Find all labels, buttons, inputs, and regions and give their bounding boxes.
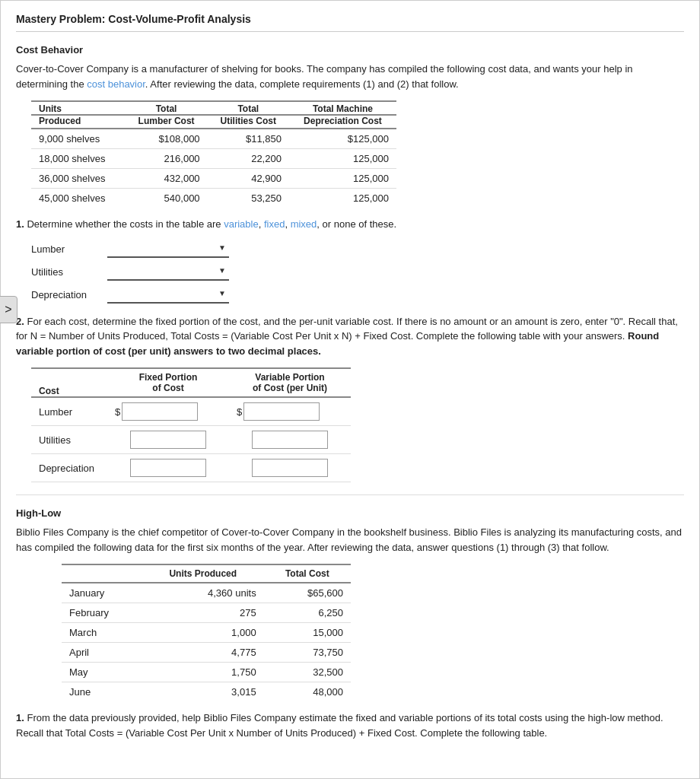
page-title: Mastery Problem: Cost-Volume-Profit Anal… bbox=[16, 13, 684, 32]
lumber-dollar-sign: $ bbox=[115, 406, 120, 418]
cost-cell: 48,000 bbox=[264, 682, 351, 702]
mixed-link[interactable]: mixed bbox=[291, 218, 317, 230]
hl-cost-header: Total Cost bbox=[264, 564, 351, 583]
table-row: Depreciation bbox=[31, 454, 351, 482]
req1-label: 1. bbox=[16, 218, 24, 230]
arrow-indicator[interactable]: > bbox=[0, 296, 18, 323]
table-row: Utilities bbox=[31, 426, 351, 454]
col-utilities-header2: Utilities Cost bbox=[208, 115, 289, 129]
col-produced-header: Produced bbox=[31, 115, 126, 129]
variable-link[interactable]: variable bbox=[224, 218, 259, 230]
variable-portion-header1: Variable Portion bbox=[229, 368, 351, 383]
hl-question1-text: 1. From the data previously provided, he… bbox=[16, 711, 684, 740]
cost-behavior-table: Units Total Total Total Machine Produced… bbox=[31, 100, 396, 208]
req2-bold: Round variable portion of cost (per unit… bbox=[16, 330, 659, 357]
units-cell: 275 bbox=[142, 603, 264, 623]
units-cell: 1,000 bbox=[142, 623, 264, 643]
depreciation-variable-input[interactable] bbox=[252, 459, 328, 477]
col-depreciation-header1: Total Machine bbox=[289, 101, 396, 115]
cost-behavior-link[interactable]: cost behavior bbox=[87, 78, 145, 90]
depreciation-dropdown-row: Depreciation variable fixed mixed none o… bbox=[31, 287, 684, 304]
utilities-variable-cell bbox=[229, 426, 351, 454]
utilities-fixed-cell bbox=[107, 426, 229, 454]
col-lumber-header2: Lumber Cost bbox=[126, 115, 208, 129]
lumber-cell: 432,000 bbox=[126, 169, 208, 189]
depreciation-fixed-cell bbox=[107, 454, 229, 482]
depreciation-dropdown[interactable]: variable fixed mixed none of these bbox=[107, 287, 229, 304]
col-utilities-header1: Total bbox=[208, 101, 289, 115]
cost-cell: $65,600 bbox=[264, 583, 351, 603]
depreciation-fixed-input[interactable] bbox=[130, 459, 206, 477]
table-row: 45,000 shelves 540,000 53,250 125,000 bbox=[31, 189, 396, 208]
lumber-variable-input[interactable] bbox=[243, 402, 320, 421]
section-divider bbox=[16, 494, 684, 495]
units-cell: 9,000 shelves bbox=[31, 129, 126, 149]
list-item: April 4,775 73,750 bbox=[62, 643, 351, 663]
depreciation-cell: 125,000 bbox=[289, 189, 396, 208]
month-cell: January bbox=[62, 583, 142, 603]
units-cell: 4,360 units bbox=[142, 583, 264, 603]
fixed-portion-header1: Fixed Portion bbox=[107, 368, 229, 383]
table-row: 18,000 shelves 216,000 22,200 125,000 bbox=[31, 149, 396, 169]
high-low-table: Units Produced Total Cost January 4,360 … bbox=[62, 564, 351, 701]
list-item: January 4,360 units $65,600 bbox=[62, 583, 351, 603]
high-low-paragraph: Biblio Files Company is the chief compet… bbox=[16, 525, 684, 555]
units-cell: 1,750 bbox=[142, 663, 264, 682]
utilities-label: Utilities bbox=[31, 266, 100, 278]
depreciation-cell: 125,000 bbox=[289, 149, 396, 169]
cost-behavior-section: Cost Behavior Cover-to-Cover Company is … bbox=[16, 44, 684, 482]
utilities-fixed-input[interactable] bbox=[130, 431, 206, 449]
lumber-fixed-input-wrapper: $ bbox=[115, 402, 221, 421]
fixed-portion-header2: of Cost bbox=[107, 383, 229, 397]
month-cell: February bbox=[62, 603, 142, 623]
month-cell: June bbox=[62, 682, 142, 702]
requirement1-text: 1. Determine whether the costs in the ta… bbox=[16, 217, 684, 232]
lumber-label: Lumber bbox=[31, 243, 100, 255]
page-container: > Mastery Problem: Cost-Volume-Profit An… bbox=[0, 0, 700, 779]
depreciation-cost-label: Depreciation bbox=[31, 454, 107, 482]
requirement2-text: 2. For each cost, determine the fixed po… bbox=[16, 314, 684, 359]
lumber-variable-cell: $ bbox=[229, 397, 351, 426]
month-cell: March bbox=[62, 623, 142, 643]
table-row: 36,000 shelves 432,000 42,900 125,000 bbox=[31, 169, 396, 189]
hl-units-header: Units Produced bbox=[142, 564, 264, 583]
table-row: 9,000 shelves $108,000 $11,850 $125,000 bbox=[31, 129, 396, 149]
units-cell: 4,775 bbox=[142, 643, 264, 663]
variable-portion-header2: of Cost (per Unit) bbox=[229, 383, 351, 397]
utilities-dropdown-wrapper: variable fixed mixed none of these bbox=[107, 264, 229, 281]
col-depreciation-header2: Depreciation Cost bbox=[289, 115, 396, 129]
cost-cell: 15,000 bbox=[264, 623, 351, 643]
lumber-variable-input-wrapper: $ bbox=[237, 402, 343, 421]
list-item: February 275 6,250 bbox=[62, 603, 351, 623]
fixed-var-table: Cost Fixed Portion Variable Portion of C… bbox=[31, 367, 351, 482]
utilities-cell: $11,850 bbox=[208, 129, 289, 149]
col-lumber-header1: Total bbox=[126, 101, 208, 115]
units-cell: 36,000 shelves bbox=[31, 169, 126, 189]
lumber-cell: $108,000 bbox=[126, 129, 208, 149]
lumber-dropdown[interactable]: variable fixed mixed none of these bbox=[107, 241, 229, 258]
units-cell: 3,015 bbox=[142, 682, 264, 702]
utilities-cell: 22,200 bbox=[208, 149, 289, 169]
col-units-header: Units bbox=[31, 101, 126, 115]
lumber-cost-label: Lumber bbox=[31, 397, 107, 426]
hl-month-header bbox=[62, 564, 142, 583]
high-low-title: High-Low bbox=[16, 507, 684, 519]
depreciation-cell: 125,000 bbox=[289, 169, 396, 189]
month-cell: May bbox=[62, 663, 142, 682]
utilities-dropdown[interactable]: variable fixed mixed none of these bbox=[107, 264, 229, 281]
depreciation-dropdown-wrapper: variable fixed mixed none of these bbox=[107, 287, 229, 304]
fixed-link[interactable]: fixed bbox=[264, 218, 285, 230]
lumber-fixed-cell: $ bbox=[107, 397, 229, 426]
utilities-cell: 53,250 bbox=[208, 189, 289, 208]
cost-behavior-paragraph: Cover-to-Cover Company is a manufacturer… bbox=[16, 62, 684, 91]
cost-col-header: Cost bbox=[31, 368, 107, 397]
lumber-fixed-input[interactable] bbox=[122, 402, 198, 421]
lumber-cell: 216,000 bbox=[126, 149, 208, 169]
month-cell: April bbox=[62, 643, 142, 663]
utilities-variable-input[interactable] bbox=[252, 431, 328, 449]
lumber-cell: 540,000 bbox=[126, 189, 208, 208]
depreciation-label: Depreciation bbox=[31, 289, 100, 300]
lumber-dropdown-wrapper: variable fixed mixed none of these bbox=[107, 241, 229, 258]
cost-cell: 32,500 bbox=[264, 663, 351, 682]
hl-q1-label: 1. bbox=[16, 712, 24, 723]
